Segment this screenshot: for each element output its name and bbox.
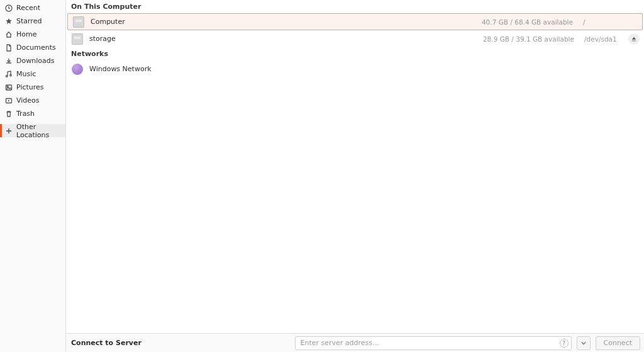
hard-disk-icon — [72, 33, 83, 45]
sidebar-item-downloads[interactable]: Downloads — [0, 54, 65, 67]
places-list: Recent Starred Home Documents — [0, 0, 65, 137]
location-row-storage[interactable]: storage 28.9 GB / 39.1 GB available /dev… — [66, 30, 644, 47]
sidebar-item-music[interactable]: Music — [0, 67, 65, 81]
sidebar-item-label: Videos — [16, 96, 40, 105]
location-path: /dev/sda1 — [584, 35, 619, 43]
sidebar-item-label: Pictures — [16, 83, 44, 91]
svg-point-3 — [7, 86, 8, 87]
location-row-computer[interactable]: Computer 40.7 GB / 68.4 GB available / — [67, 13, 643, 30]
section-header-computer: On This Computer — [66, 0, 644, 13]
server-address-input[interactable] — [299, 338, 560, 348]
eject-button[interactable] — [628, 33, 640, 45]
location-storage-meta: 40.7 GB / 68.4 GB available — [482, 18, 573, 26]
clock-icon — [5, 4, 13, 12]
svg-point-1 — [10, 74, 12, 76]
home-icon — [5, 31, 13, 38]
help-icon[interactable]: ? — [560, 339, 569, 348]
pictures-icon — [5, 84, 13, 91]
sidebar-item-label: Trash — [16, 110, 35, 118]
sidebar-item-home[interactable]: Home — [0, 28, 65, 41]
location-label: Windows Network — [89, 65, 152, 73]
sidebar: Recent Starred Home Documents — [0, 0, 66, 352]
sidebar-item-pictures[interactable]: Pictures — [0, 81, 65, 94]
location-path: / — [583, 18, 618, 26]
sidebar-item-label: Downloads — [16, 57, 54, 65]
sidebar-item-trash[interactable]: Trash — [0, 107, 65, 120]
sidebar-item-videos[interactable]: Videos — [0, 94, 65, 107]
plus-icon — [5, 127, 13, 135]
connect-to-server-bar: Connect to Server ? Connect — [66, 333, 644, 352]
section-header-networks: Networks — [66, 47, 644, 60]
sidebar-item-label: Recent — [16, 4, 40, 12]
star-icon — [5, 18, 13, 25]
sidebar-item-label: Music — [16, 70, 36, 78]
location-label: storage — [89, 35, 116, 43]
server-history-button[interactable] — [577, 336, 591, 350]
sidebar-item-label: Starred — [16, 17, 42, 25]
sidebar-item-recent[interactable]: Recent — [0, 1, 65, 14]
sidebar-item-label: Home — [16, 30, 36, 38]
connect-button[interactable]: Connect — [596, 336, 640, 350]
sidebar-item-label: Other Locations — [16, 123, 65, 139]
sidebar-item-other-locations[interactable]: Other Locations — [0, 124, 65, 137]
main-pane: On This Computer Computer 40.7 GB / 68.4… — [66, 0, 644, 352]
videos-icon — [5, 97, 13, 105]
sidebar-item-label: Documents — [16, 43, 56, 52]
server-address-field-wrap: ? — [295, 336, 572, 350]
location-row-windows-network[interactable]: Windows Network — [66, 60, 644, 77]
network-icon — [72, 64, 83, 75]
location-label: Computer — [91, 18, 125, 26]
sidebar-item-starred[interactable]: Starred — [0, 14, 65, 28]
hard-disk-icon — [73, 16, 84, 28]
connect-to-server-label: Connect to Server — [71, 339, 142, 347]
documents-icon — [5, 44, 13, 52]
location-storage-meta: 28.9 GB / 39.1 GB available — [483, 35, 574, 43]
sidebar-item-documents[interactable]: Documents — [0, 41, 65, 54]
downloads-icon — [5, 57, 13, 65]
trash-icon — [5, 110, 13, 118]
music-icon — [5, 71, 13, 78]
